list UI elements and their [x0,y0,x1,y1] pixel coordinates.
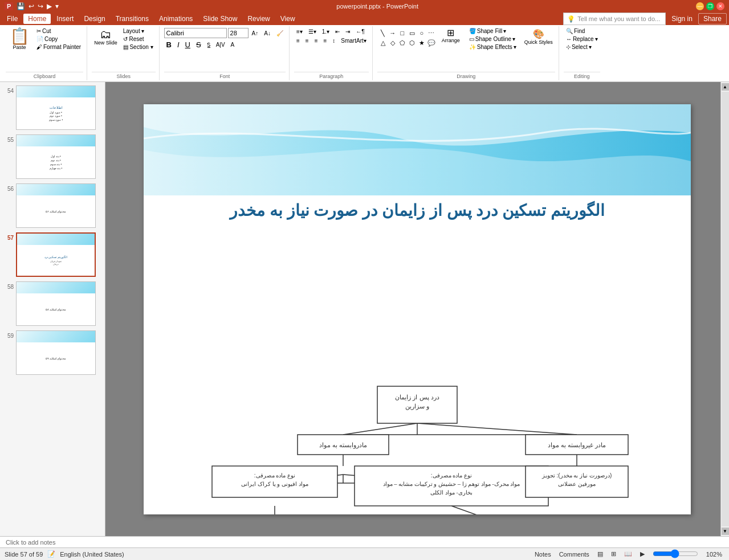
menu-design[interactable]: Design [79,14,109,24]
menu-view[interactable]: View [276,14,300,24]
section-button[interactable]: ▤ Section ▾ [121,43,156,51]
decrease-font-btn[interactable]: A↓ [262,30,273,37]
rtl-btn[interactable]: ←¶ [353,28,366,35]
slide-thumb-58[interactable]: 58 محتوای اسلاید ۵۸ [2,280,103,327]
tell-me-input[interactable]: 💡 Tell me what you want to do... [563,13,666,25]
slide-sorter-btn[interactable]: ⊞ [609,550,618,558]
scroll-track [722,92,729,526]
slide-thumb-55[interactable]: 55 • بند اول• بند دوم• بند سوم• بند چهار… [2,133,103,180]
svg-text:مواد محرک- مواد توهم زا – حشیش: مواد محرک- مواد توهم زا – حشیش و ترکیبات… [383,481,520,488]
notes-btn[interactable]: Notes [532,550,553,558]
quick-styles-button[interactable]: 🎨 Quick Styles [522,27,555,46]
menu-bar: File Home Insert Design Transitions Anim… [0,13,729,25]
shape-fill-btn[interactable]: 🪣 Shape Fill ▾ [467,27,519,35]
layout-button[interactable]: Layout ▾ [121,27,156,35]
new-slide-button[interactable]: 🗂 New Slide [92,27,120,47]
text-shadow-button[interactable]: S̲ [205,41,213,48]
undo-btn[interactable]: ↩ [28,2,34,10]
notes-icon[interactable]: 📝 [47,550,55,558]
shape-round-rect[interactable]: ▭ [408,28,417,38]
italic-button[interactable]: I [175,40,182,50]
select-button[interactable]: ⊹ Select ▾ [564,43,600,51]
line-spacing-btn[interactable]: ↕ [330,37,337,44]
slide-panel[interactable]: 54 اطلاعات • مورد اول• مورد دوم• مورد سو… [0,82,105,536]
slideshow-btn[interactable]: ▶ [638,550,647,558]
reset-button[interactable]: ↺ Reset [121,35,156,43]
shape-hex[interactable]: ⬡ [408,38,417,47]
slide-thumb-56[interactable]: 56 محتوای اسلاید ۵۶ [2,182,103,229]
menu-animations[interactable]: Animations [154,14,197,24]
shape-star[interactable]: ★ [417,38,426,47]
replace-button[interactable]: ↔ Replace ▾ [564,35,600,43]
smartart-btn[interactable]: SmartArt▾ [339,37,368,44]
font-name-box[interactable]: Calibri [164,28,227,38]
menu-slideshow[interactable]: Slide Show [198,14,242,24]
menu-review[interactable]: Review [243,14,274,24]
slide-thumb-59[interactable]: 59 محتوای اسلاید ۵۹ [2,329,103,376]
redo-btn[interactable]: ↪ [38,2,43,10]
ribbon-group-editing: 🔍 Find ↔ Replace ▾ ⊹ Select ▾ Editing [560,26,604,80]
shape-diamond[interactable]: ◇ [388,38,397,47]
shape-gallery[interactable]: ╲ → □ ▭ ○ ⋯ △ ◇ ⬠ ⬡ ★ 💬 [377,27,437,48]
notes-bar[interactable]: Click to add notes [0,536,729,547]
bold-button[interactable]: B [164,40,174,50]
scroll-down-btn[interactable]: ▼ [722,528,729,535]
zoom-slider-container [653,549,698,559]
menu-file[interactable]: File [2,14,22,24]
char-spacing-btn[interactable]: A|V [214,41,227,48]
shape-rect[interactable]: □ [398,28,407,38]
align-right-btn[interactable]: ≡ [312,37,320,44]
zoom-level[interactable]: 102% [704,550,724,558]
svg-text:درد پس از زایمان: درد پس از زایمان [395,394,439,401]
shape-more[interactable]: ⋯ [427,28,436,38]
justify-btn[interactable]: ≡ [321,37,329,44]
slide-thumb-57[interactable]: 57 الگوریتم تسکین درد نمودار جریاندرمان [2,231,103,278]
increase-font-btn[interactable]: A↑ [250,30,261,37]
maximize-btn[interactable]: ❐ [706,2,714,10]
menu-transitions[interactable]: Transitions [111,14,153,24]
copy-button[interactable]: 📄Copy [34,35,83,43]
underline-button[interactable]: U [183,40,193,50]
paste-button[interactable]: 📋 Paste [6,27,33,51]
indent-left-btn[interactable]: ⇤ [333,28,342,35]
format-painter-button[interactable]: 🖌Format Painter [34,43,83,51]
arrange-button[interactable]: ⊞ Arrange [438,27,463,44]
canvas-area[interactable]: ▲ ▼ [105,82,729,536]
indent-right-btn[interactable]: ⇥ [343,28,352,35]
col-btn[interactable]: ≡▾ [294,28,305,35]
present-btn[interactable]: ▶ [47,2,52,10]
shape-effects-btn[interactable]: ✨ Shape Effects ▾ [467,43,519,51]
minimize-btn[interactable]: — [696,2,704,10]
reading-view-btn[interactable]: 📖 [622,550,634,558]
find-button[interactable]: 🔍 Find [564,27,600,35]
vertical-scrollbar[interactable]: ▲ ▼ [720,82,729,536]
scroll-up-btn[interactable]: ▲ [722,83,729,91]
sign-in-btn[interactable]: Sign in [667,14,697,24]
list-btn[interactable]: ☰▾ [306,28,319,35]
clear-format-btn[interactable]: 🧹 [274,30,286,37]
strikethrough-button[interactable]: S [194,40,203,50]
svg-text:و سزارین: و سزارین [405,403,429,410]
list-num-btn[interactable]: 1.▾ [320,28,332,35]
share-btn[interactable]: Share [698,13,727,24]
shape-oval[interactable]: ○ [417,28,426,38]
close-btn[interactable]: ✕ [716,2,724,10]
font-size-box[interactable]: 28 [228,28,249,38]
menu-home[interactable]: Home [23,14,51,24]
shape-penta[interactable]: ⬠ [398,38,407,47]
comments-btn[interactable]: Comments [557,550,592,558]
shape-line[interactable]: ╲ [378,28,388,38]
slide-thumb-54[interactable]: 54 اطلاعات • مورد اول• مورد دوم• مورد سو… [2,84,103,131]
shape-callout[interactable]: 💬 [427,38,436,47]
menu-insert[interactable]: Insert [52,14,78,24]
zoom-slider[interactable] [653,549,698,558]
save-btn[interactable]: 💾 [17,2,25,10]
cut-button[interactable]: ✂Cut [34,27,83,35]
shape-arrow[interactable]: → [388,28,397,38]
normal-view-btn[interactable]: ▤ [595,550,605,558]
font-color-btn[interactable]: A [229,41,237,48]
align-center-btn[interactable]: ≡ [303,37,311,44]
shape-outline-btn[interactable]: ▭ Shape Outline ▾ [467,35,519,43]
shape-tri[interactable]: △ [378,38,388,47]
align-left-btn[interactable]: ≡ [294,37,302,44]
